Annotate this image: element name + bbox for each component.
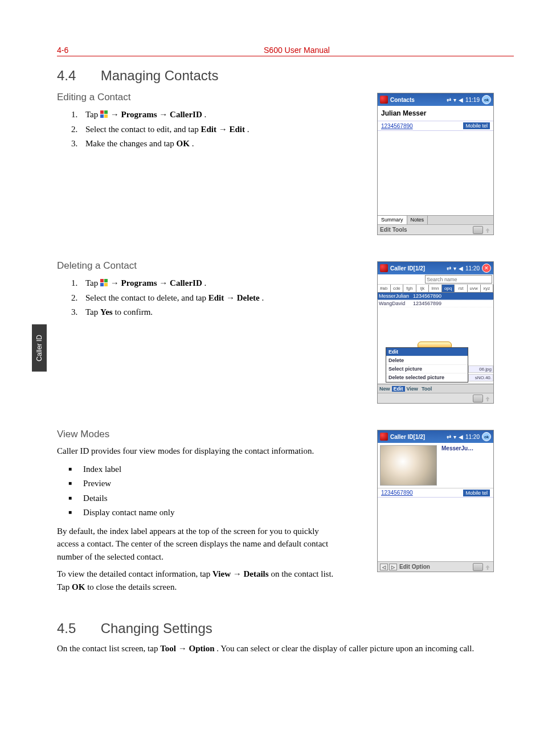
idx-cde[interactable]: cde (391, 285, 404, 292)
view-modes-intro: Caller ID provides four view modes for d… (57, 445, 342, 458)
mode-name-only: Display contact name only (68, 506, 366, 520)
nav-next-button[interactable]: ▷ (389, 564, 397, 570)
footer-menu[interactable]: Edit Option (399, 564, 430, 570)
edit-step1-path: → Programs → CallerID (111, 110, 202, 119)
svg-rect-0 (100, 110, 104, 114)
app-icon (380, 264, 388, 272)
edit-popup-menu: Edit Delete Select picture Delete select… (386, 347, 468, 383)
page-number: 4-6 (57, 46, 80, 55)
keyboard-icon[interactable] (473, 563, 483, 571)
idx-opq[interactable]: opq (442, 285, 455, 292)
list-item[interactable]: WangDavid 1234567899 (378, 300, 493, 307)
svg-rect-2 (100, 114, 104, 118)
menu-select-picture[interactable]: Select picture (386, 365, 468, 373)
view-modes-heading: View Modes (57, 429, 366, 440)
ok-button[interactable]: ok (482, 432, 491, 441)
section-title: Changing Settings (101, 621, 212, 636)
up-arrow-icon[interactable] (484, 226, 491, 234)
section-number: 4.4 (57, 68, 97, 84)
titlebar: Caller ID[1/2] ⇄ ▾ ◀ 11:20 ✕ (378, 262, 493, 274)
caller-picture (380, 445, 437, 486)
section-4-4-heading: 4.4 Managing Contacts (57, 68, 514, 84)
svg-rect-1 (104, 110, 108, 114)
view-modes-para1: By default, the index label appears at t… (57, 525, 342, 564)
up-arrow-icon[interactable] (484, 563, 491, 571)
manual-title: S600 User Manual (80, 46, 514, 55)
contact-phone: 1234567899 (413, 301, 441, 306)
window-title: Contacts (390, 97, 415, 103)
idx-xyz[interactable]: xyz (481, 285, 494, 292)
idx-ijk[interactable]: ijk (416, 285, 430, 292)
sync-icon: ⇄ (447, 434, 451, 440)
mode-details: Details (68, 491, 366, 506)
edit-step3-ok: OK (177, 139, 190, 148)
tab-notes[interactable]: Notes (407, 216, 428, 224)
titlebar: Caller ID[1/2] ⇄ ▾ ◀ 11:20 ok (378, 430, 493, 443)
sync-icon: ⇄ (447, 97, 451, 103)
nav-prev-button[interactable]: ◁ (380, 564, 388, 570)
signal-icon: ▾ (453, 434, 456, 440)
phone-type-badge: Mobile tel (463, 122, 490, 129)
menu-view[interactable]: View (405, 386, 420, 392)
signal-icon: ▾ (453, 265, 456, 272)
idx-fgh[interactable]: fgh (403, 285, 416, 292)
contact-phone-row[interactable]: 1234567890 Mobile tel (378, 488, 493, 498)
contact-phone[interactable]: 1234567890 (381, 123, 413, 129)
del-step-3: Tap Yes to confirm. (80, 305, 366, 320)
mode-index-label: Index label (68, 462, 366, 477)
ok-button[interactable]: ok (482, 95, 491, 104)
idx-ab[interactable]: #ab (378, 285, 391, 292)
window-title: Caller ID[1/2] (390, 434, 425, 440)
edit-step-3: Make the changes and tap OK . (80, 137, 366, 151)
menu-delete-picture[interactable]: Delete selected picture (386, 373, 468, 382)
titlebar: Contacts ⇄ ▾ ◀ 11:19 ok (378, 93, 493, 106)
contact-phone[interactable]: 1234567890 (381, 490, 413, 496)
close-button[interactable]: ✕ (482, 264, 491, 273)
del-step2-path: Edit → Delete (208, 293, 260, 302)
view-modes-para2: To view the detailed contact information… (57, 568, 342, 593)
search-input[interactable] (425, 275, 492, 284)
preview-area: MesserJu… (378, 443, 493, 488)
up-arrow-icon[interactable] (484, 395, 491, 402)
side-file: 06.jpg (468, 365, 493, 373)
sound-icon: ◀ (459, 97, 463, 103)
contact-phone-row[interactable]: 1234567890 Mobile tel (378, 121, 493, 131)
sound-icon: ◀ (459, 434, 463, 440)
screenshot-callerid-details: Caller ID[1/2] ⇄ ▾ ◀ 11:20 ok MesserJu… … (377, 430, 494, 572)
sound-icon: ◀ (459, 265, 463, 272)
phone-type-badge: Mobile tel (463, 490, 490, 496)
tab-summary[interactable]: Summary (378, 216, 407, 224)
edit-step-1: Tap → Programs → CallerID . (80, 108, 366, 122)
idx-lmn[interactable]: lmn (429, 285, 442, 292)
footer-menu[interactable]: Edit Tools (380, 227, 407, 233)
menu-tool[interactable]: Tool (420, 386, 434, 392)
menu-new[interactable]: New (378, 386, 392, 392)
menu-edit[interactable]: Edit (392, 386, 405, 392)
windows-start-icon (100, 109, 108, 117)
edit-step2-path: Edit → Edit (201, 125, 245, 134)
section-4-5-heading: 4.5 Changing Settings (57, 621, 514, 636)
svg-rect-5 (104, 279, 108, 282)
mode-preview: Preview (68, 476, 366, 491)
page-header: 4-6 S600 User Manual (57, 46, 514, 56)
windows-start-icon (100, 277, 108, 285)
nav-buttons: ◁ ▷ (380, 564, 399, 570)
menu-edit[interactable]: Edit (386, 348, 468, 356)
menu-delete[interactable]: Delete (386, 356, 468, 365)
svg-rect-3 (104, 114, 108, 118)
svg-rect-6 (100, 283, 104, 286)
screenshot-contacts: Contacts ⇄ ▾ ◀ 11:19 ok Julian Messer 12… (377, 93, 494, 235)
idx-rst[interactable]: rst (455, 285, 468, 292)
del-step-1: Tap → Programs → CallerID . (80, 276, 366, 291)
side-tab-caller-id: Caller ID (32, 324, 47, 372)
contact-list: MesserJulian 1234567890 WangDavid 123456… (378, 293, 493, 307)
clock-time: 11:20 (465, 265, 480, 272)
list-item[interactable]: MesserJulian 1234567890 (378, 293, 493, 300)
index-strip[interactable]: #ab cde fgh ijk lmn opq rst uvw xyz (378, 285, 493, 293)
editing-steps: Tap → Programs → CallerID . Select the c… (57, 108, 366, 151)
idx-uvw[interactable]: uvw (468, 285, 481, 292)
footer-bar: Edit Tools (378, 224, 493, 235)
keyboard-icon[interactable] (473, 226, 483, 234)
keyboard-icon[interactable] (473, 395, 483, 402)
changing-settings-para: On the contact list screen, tap Tool → O… (57, 642, 514, 655)
